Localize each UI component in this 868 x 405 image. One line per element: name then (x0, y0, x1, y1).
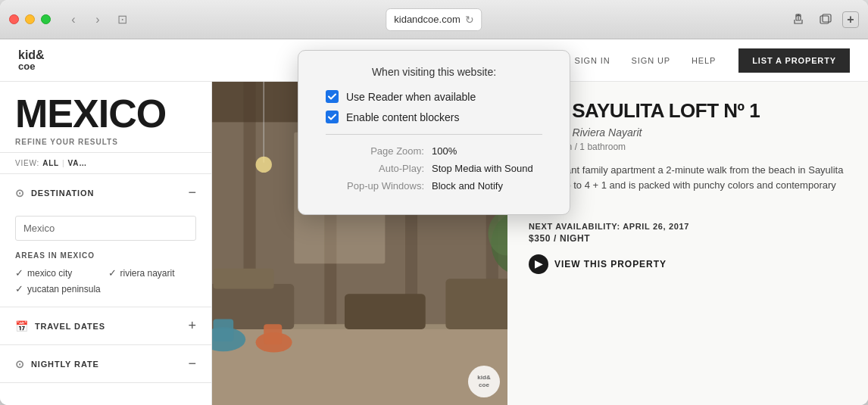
property-rooms: 1 bedroom / 1 bathroom (529, 142, 847, 152)
popup-windows-row: Pop-up Windows: Block and Notify (326, 180, 542, 192)
nightly-rate-title: NIGHTLY RATE (31, 360, 99, 369)
forward-button[interactable]: › (87, 9, 108, 30)
page-zoom-value: 100% (432, 145, 457, 157)
browser-settings-popup[interactable]: When visiting this website: Use Reader w… (298, 50, 570, 215)
close-button[interactable] (9, 14, 19, 24)
logo-line2: coe (18, 61, 45, 72)
area-item-mexico-city: ✓ mexico city (15, 267, 104, 279)
view-property-icon: ▶ (529, 254, 548, 274)
back-button[interactable]: ‹ (63, 9, 84, 30)
nightly-rate-title-group: ⊙ NIGHTLY RATE (15, 358, 99, 370)
page-title: MEXICO (15, 94, 196, 133)
property-price: $350 / NIGHT (529, 233, 847, 244)
travel-dates-title-group: 📅 TRAVEL DATES (15, 320, 105, 332)
area-check-yucatan: ✓ (15, 283, 23, 294)
url-text: kidandcoe.com (394, 14, 460, 25)
popup-windows-value: Block and Notify (432, 180, 503, 192)
tabs-button[interactable] (815, 9, 836, 30)
refine-label: REFINE YOUR RESULTS (15, 138, 196, 146)
svg-rect-27 (264, 324, 282, 344)
maximize-button[interactable] (41, 14, 51, 24)
auto-play-value: Stop Media with Sound (432, 163, 533, 174)
destination-filter-title: DESTINATION (31, 188, 94, 198)
area-item-yucatan: ✓ yucatan peninsula (15, 283, 104, 294)
share-button[interactable] (788, 9, 809, 30)
travel-dates-icon: 📅 (15, 320, 29, 332)
content-blockers-checkbox[interactable] (326, 111, 339, 123)
page-title-area: MEXICO REFINE YOUR RESULTS (0, 82, 211, 152)
title-bar: ‹ › ⊡ kidandcoe.com ↻ (0, 0, 868, 39)
travel-dates-filter-section: 📅 TRAVEL DATES + (0, 307, 211, 345)
destination-filter-title-group: ⊙ DESTINATION (15, 187, 94, 199)
nightly-rate-toggle[interactable]: − (188, 356, 196, 372)
popup-divider (326, 134, 542, 135)
area-label-yucatan: yucatan peninsula (27, 284, 101, 294)
property-description: This vibrant family apartment a 2-minute… (529, 163, 847, 210)
sidebar-toggle-button[interactable]: ⊡ (111, 9, 133, 30)
logo-watermark: kid& coe (468, 366, 500, 397)
traffic-lights (9, 14, 51, 24)
view-property-button[interactable]: ▶ VIEW THIS PROPERTY (529, 254, 847, 274)
area-label-mexico-city: mexico city (27, 268, 72, 279)
popup-windows-key: Pop-up Windows: (326, 180, 424, 192)
nav-buttons: ‹ › (63, 9, 108, 30)
property-title: THE SAYULITA LOFT Nº 1 (529, 100, 847, 122)
view-label: VIEW: (15, 159, 39, 167)
destination-input[interactable] (15, 216, 196, 241)
use-reader-label: Use Reader when available (346, 91, 476, 103)
area-item-riviera: ✓ riviera nayarit (108, 267, 197, 279)
area-check-mexico-city: ✓ (15, 267, 23, 279)
minimize-button[interactable] (25, 14, 35, 24)
list-property-button[interactable]: LIST A PROPERTY (738, 48, 850, 73)
svg-rect-14 (345, 294, 426, 329)
sidebar: MEXICO REFINE YOUR RESULTS VIEW: ALL | V… (0, 82, 212, 405)
view-property-label: VIEW THIS PROPERTY (554, 259, 667, 269)
website-content: kid& coe HOME EXC… | SIGN IN SIGN UP HEL… (0, 39, 868, 405)
logo-line1: kid& (18, 48, 45, 62)
view-bar: VIEW: ALL | VA… (0, 152, 211, 174)
travel-dates-title: TRAVEL DATES (35, 322, 105, 331)
auto-play-row: Auto-Play: Stop Media with Sound (326, 163, 542, 174)
nav-item-sign-in[interactable]: SIGN IN (564, 56, 620, 65)
destination-filter-toggle[interactable]: − (188, 185, 196, 201)
auto-play-key: Auto-Play: (326, 163, 424, 174)
view-va-link[interactable]: VA… (67, 159, 87, 167)
property-location: Sayulita, Riviera Nayarit (529, 126, 847, 139)
content-blockers-row: Enable content blockers (326, 111, 542, 123)
svg-rect-13 (214, 269, 274, 289)
toolbar-right: + (788, 9, 859, 30)
destination-filter-body: AREAS IN MEXICO ✓ mexico city ✓ riviera … (0, 211, 211, 307)
svg-rect-15 (445, 279, 507, 329)
destination-filter-header[interactable]: ⊙ DESTINATION − (0, 174, 211, 211)
browser-window: ‹ › ⊡ kidandcoe.com ↻ (0, 0, 868, 405)
page-zoom-row: Page Zoom: 100% (326, 145, 542, 157)
content-blockers-label: Enable content blockers (346, 111, 459, 123)
areas-label: AREAS IN MEXICO (15, 251, 196, 260)
nightly-rate-filter-header[interactable]: ⊙ NIGHTLY RATE − (0, 345, 211, 382)
popup-title: When visiting this website: (326, 66, 542, 78)
view-separator: | (62, 159, 64, 167)
travel-dates-toggle[interactable]: + (188, 318, 196, 334)
view-all-link[interactable]: ALL (42, 159, 59, 167)
destination-filter-icon: ⊙ (15, 187, 25, 199)
use-reader-row: Use Reader when available (326, 90, 542, 103)
svg-rect-25 (214, 319, 234, 341)
use-reader-checkbox[interactable] (326, 90, 339, 103)
nav-item-sign-up[interactable]: SIGN UP (621, 56, 681, 65)
travel-dates-filter-header[interactable]: 📅 TRAVEL DATES + (0, 307, 211, 344)
areas-grid: ✓ mexico city ✓ riviera nayarit ✓ yucata… (15, 267, 196, 294)
nav-item-help[interactable]: HELP (681, 56, 726, 65)
url-bar[interactable]: kidandcoe.com ↻ (386, 8, 482, 31)
new-tab-button[interactable]: + (842, 11, 859, 28)
site-logo[interactable]: kid& coe (18, 48, 45, 73)
page-zoom-key: Page Zoom: (326, 145, 424, 157)
svg-point-20 (256, 157, 272, 173)
area-check-riviera: ✓ (108, 267, 117, 279)
nightly-rate-filter-section: ⊙ NIGHTLY RATE − (0, 345, 211, 383)
nightly-rate-icon: ⊙ (15, 358, 25, 370)
reload-button[interactable]: ↻ (465, 14, 474, 26)
property-availability: NEXT AVAILABILITY: APRIL 26, 2017 (529, 222, 847, 231)
area-label-riviera: riviera nayarit (120, 268, 175, 279)
destination-filter-section: ⊙ DESTINATION − AREAS IN MEXICO ✓ mexico… (0, 174, 211, 307)
